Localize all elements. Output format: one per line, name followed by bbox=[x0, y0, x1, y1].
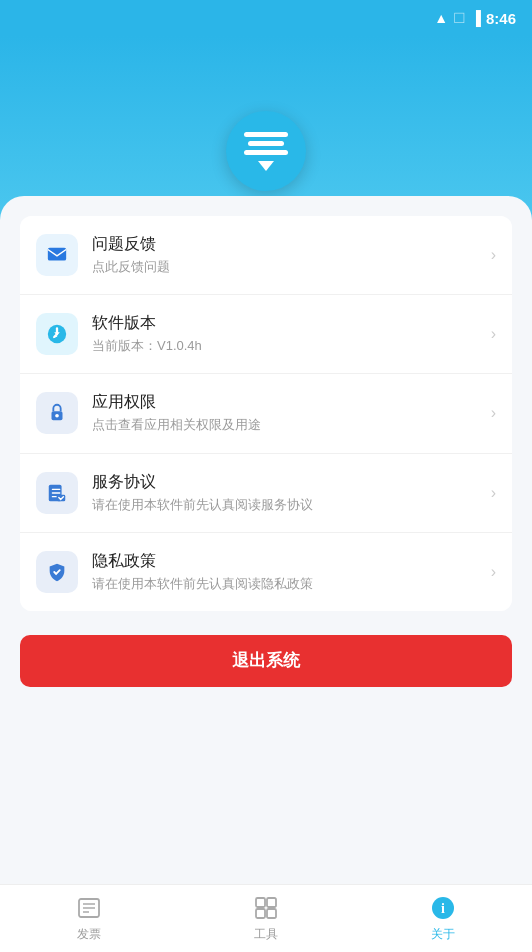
bottom-nav: 发票 工具 i 关于 bbox=[0, 884, 532, 952]
invoice-nav-icon bbox=[75, 894, 103, 922]
permissions-subtitle: 点击查看应用相关权限及用途 bbox=[92, 416, 483, 434]
feedback-icon bbox=[46, 244, 68, 266]
version-chevron: › bbox=[491, 325, 496, 343]
tools-nav-icon bbox=[252, 894, 280, 922]
version-title: 软件版本 bbox=[92, 313, 483, 334]
svg-rect-10 bbox=[256, 898, 265, 907]
wifi-icon: ▲ bbox=[434, 10, 448, 26]
agreement-chevron: › bbox=[491, 484, 496, 502]
privacy-chevron: › bbox=[491, 563, 496, 581]
privacy-icon-wrap bbox=[36, 551, 78, 593]
version-icon bbox=[46, 323, 68, 345]
feedback-icon-wrap bbox=[36, 234, 78, 276]
nav-item-invoice[interactable]: 发票 bbox=[0, 886, 177, 951]
permissions-title: 应用权限 bbox=[92, 392, 483, 413]
version-subtitle: 当前版本：V1.0.4h bbox=[92, 337, 483, 355]
tools-nav-label: 工具 bbox=[254, 926, 278, 943]
menu-list: 问题反馈 点此反馈问题 › 软件版本 当前版本：V1.0.4h bbox=[20, 216, 512, 611]
about-nav-icon: i bbox=[429, 894, 457, 922]
version-icon-wrap bbox=[36, 313, 78, 355]
status-bar: ▲ ☐ ▐ 8:46 bbox=[0, 0, 532, 36]
status-time: 8:46 bbox=[486, 10, 516, 27]
app-icon bbox=[226, 111, 306, 191]
svg-rect-13 bbox=[267, 909, 276, 918]
signal-icon: ☐ bbox=[453, 10, 466, 26]
menu-item-permissions[interactable]: 应用权限 点击查看应用相关权限及用途 › bbox=[20, 374, 512, 453]
svg-rect-12 bbox=[256, 909, 265, 918]
permissions-chevron: › bbox=[491, 404, 496, 422]
menu-item-feedback[interactable]: 问题反馈 点此反馈问题 › bbox=[20, 216, 512, 295]
menu-item-privacy[interactable]: 隐私政策 请在使用本软件前先认真阅读隐私政策 › bbox=[20, 533, 512, 611]
privacy-title: 隐私政策 bbox=[92, 551, 483, 572]
svg-rect-11 bbox=[267, 898, 276, 907]
main-card: 问题反馈 点此反馈问题 › 软件版本 当前版本：V1.0.4h bbox=[0, 196, 532, 884]
privacy-subtitle: 请在使用本软件前先认真阅读隐私政策 bbox=[92, 575, 483, 593]
nav-item-tools[interactable]: 工具 bbox=[177, 886, 354, 951]
svg-point-3 bbox=[55, 414, 59, 418]
agreement-title: 服务协议 bbox=[92, 472, 483, 493]
menu-item-version[interactable]: 软件版本 当前版本：V1.0.4h › bbox=[20, 295, 512, 374]
feedback-title: 问题反馈 bbox=[92, 234, 483, 255]
agreement-icon-wrap bbox=[36, 472, 78, 514]
logout-button[interactable]: 退出系统 bbox=[20, 635, 512, 687]
permissions-icon bbox=[46, 402, 68, 424]
agreement-subtitle: 请在使用本软件前先认真阅读服务协议 bbox=[92, 496, 483, 514]
menu-item-agreement[interactable]: 服务协议 请在使用本软件前先认真阅读服务协议 › bbox=[20, 454, 512, 533]
nav-item-about[interactable]: i 关于 bbox=[355, 886, 532, 951]
permissions-icon-wrap bbox=[36, 392, 78, 434]
agreement-icon bbox=[46, 482, 68, 504]
svg-rect-0 bbox=[48, 248, 66, 261]
svg-text:i: i bbox=[441, 901, 445, 916]
feedback-subtitle: 点此反馈问题 bbox=[92, 258, 483, 276]
invoice-nav-label: 发票 bbox=[77, 926, 101, 943]
battery-icon: ▐ bbox=[471, 10, 481, 26]
privacy-icon bbox=[46, 561, 68, 583]
about-nav-label: 关于 bbox=[431, 926, 455, 943]
feedback-chevron: › bbox=[491, 246, 496, 264]
